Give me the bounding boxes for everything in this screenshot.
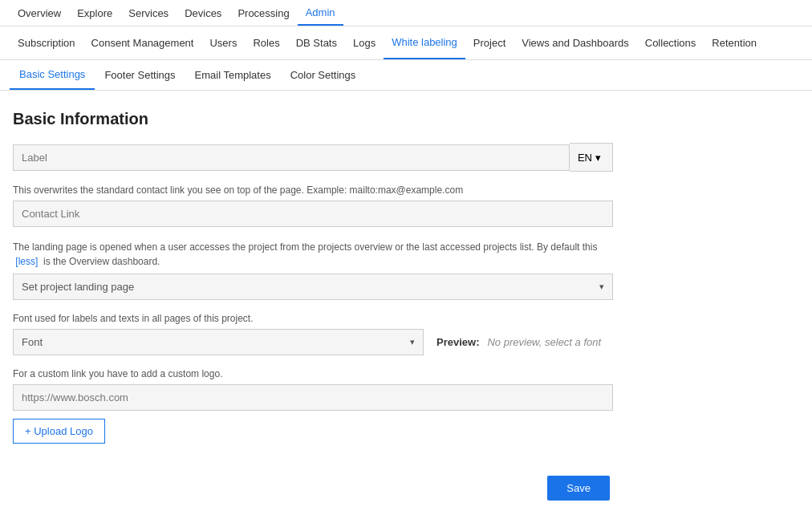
top-nav: Overview Explore Services Devices Proces… [0,0,812,26]
subnav-consent-management[interactable]: Consent Management [83,26,202,59]
subnav-subscription[interactable]: Subscription [10,26,83,59]
subnav-retention[interactable]: Retention [704,26,765,59]
contact-helper-text: This overwrites the standard contact lin… [13,184,613,196]
subnav-roles[interactable]: Roles [245,26,287,59]
font-dropdown[interactable]: Font ▾ [13,329,424,355]
nav-devices[interactable]: Devices [177,0,229,26]
nav-explore[interactable]: Explore [69,0,120,26]
language-button[interactable]: EN ▾ [570,143,613,172]
nav-admin[interactable]: Admin [298,0,343,26]
font-row: Font ▾ Preview: No preview, select a fon… [13,329,613,355]
logo-helper-text: For a custom link you have to add a cust… [13,368,613,379]
font-chevron-down-icon: ▾ [410,337,415,347]
contact-link-input[interactable] [13,201,613,227]
font-dropdown-label: Font [22,336,43,348]
subnav-logs[interactable]: Logs [345,26,384,59]
nav-services[interactable]: Services [120,0,177,26]
preview-value: No preview, select a font [487,336,601,348]
landing-text-part2: is the Overview dashboard. [43,256,160,267]
logo-link-input[interactable] [13,384,613,411]
tab-footer-settings[interactable]: Footer Settings [95,60,185,90]
subnav-db-stats[interactable]: DB Stats [288,26,345,59]
subnav-project[interactable]: Project [465,26,514,59]
preview-label: Preview: [436,336,479,348]
label-row: EN ▾ [13,143,613,172]
subnav-views-dashboards[interactable]: Views and Dashboards [514,26,636,59]
save-row: Save [13,476,613,501]
main-content: Basic Information EN ▾ This overwrites t… [0,91,626,520]
landing-helper-text: The landing page is opened when a user a… [13,240,613,269]
label-input[interactable] [13,144,570,171]
sub-nav: Subscription Consent Management Users Ro… [0,26,812,60]
landing-chevron-down-icon: ▾ [599,282,604,292]
tab-color-settings[interactable]: Color Settings [281,60,366,90]
landing-text-part1: The landing page is opened when a user a… [13,241,597,253]
landing-page-dropdown[interactable]: Set project landing page ▾ [13,274,613,300]
section-title: Basic Information [13,110,613,128]
lang-label: EN [578,152,592,164]
upload-logo-label: + Upload Logo [25,425,93,437]
lang-chevron-down-icon: ▾ [595,152,601,164]
upload-logo-button[interactable]: + Upload Logo [13,419,105,444]
subnav-collections[interactable]: Collections [637,26,704,59]
font-helper-text: Font used for labels and texts in all pa… [13,313,613,324]
tab-email-templates[interactable]: Email Templates [185,60,281,90]
nav-overview[interactable]: Overview [10,0,69,26]
landing-less-link[interactable]: [less] [15,256,38,267]
subnav-white-labeling[interactable]: White labeling [384,26,465,59]
tab-basic-settings[interactable]: Basic Settings [10,60,95,90]
subnav-users[interactable]: Users [201,26,245,59]
landing-dropdown-label: Set project landing page [22,281,134,293]
nav-processing[interactable]: Processing [229,0,297,26]
tab-bar: Basic Settings Footer Settings Email Tem… [0,60,812,91]
save-button[interactable]: Save [547,476,610,501]
font-preview-area: Preview: No preview, select a font [436,336,613,348]
